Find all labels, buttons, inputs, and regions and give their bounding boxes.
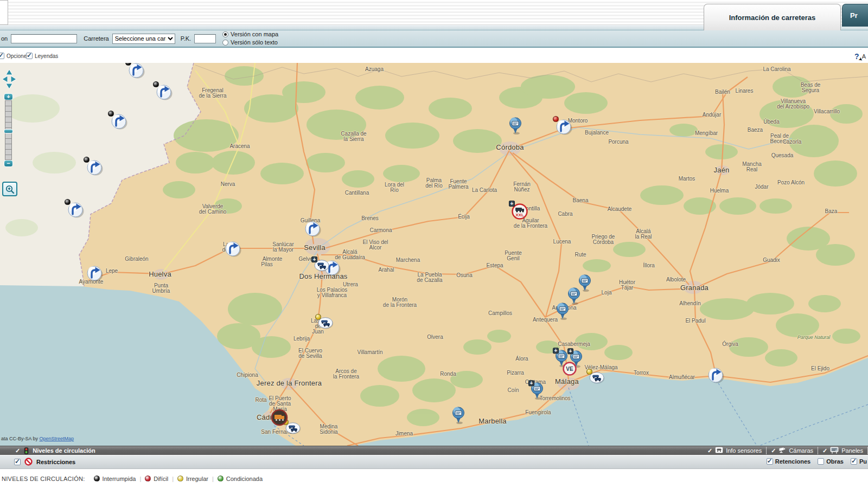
restricciones-toggle[interactable]: Restricciones: [14, 458, 75, 466]
version-radio-group: Versión con mapa Versión sólo texto: [222, 31, 278, 46]
svg-text:VE: VE: [566, 366, 573, 372]
layers-bar: ✓ Niveles de circulación ✓Info sensores✓…: [0, 446, 868, 455]
layer-toggle-camaras[interactable]: ✓Cámaras: [767, 447, 818, 454]
level-ball-black-icon: [108, 111, 114, 117]
legend-separator: |: [172, 476, 174, 482]
cluster-plus-badge: +: [567, 348, 573, 354]
legend-item: Irregular: [177, 476, 208, 482]
map-attribution: ata CC-By-SA by OpenStreetMap: [1, 436, 74, 441]
search-bar: on Carretera Seleccione una carreter P.K…: [0, 30, 868, 48]
truck-dark-marker[interactable]: [270, 408, 289, 429]
carretera-label: Carretera: [84, 35, 108, 42]
ve-icon: VE: [562, 361, 577, 376]
tab-label: Pr: [850, 11, 858, 20]
zoom-out-button[interactable]: −: [4, 160, 13, 167]
restriction-toggle[interactable]: Retenciones: [767, 458, 810, 465]
arrow-marker[interactable]: [304, 220, 322, 241]
layer-toggle-info-sensores[interactable]: ✓Info sensores: [703, 447, 767, 454]
poblacion-input[interactable]: [11, 34, 77, 43]
arrow-marker[interactable]: [110, 113, 129, 133]
restriction-checkbox[interactable]: [767, 458, 773, 465]
level-dot-icon: [94, 476, 100, 481]
layer-label: Paneles: [841, 447, 863, 454]
layer-check-icon[interactable]: ✓: [771, 447, 776, 454]
restriction-checkbox[interactable]: [818, 458, 824, 465]
restriction-toggle[interactable]: Obras: [818, 458, 844, 465]
leyendas-checkbox[interactable]: [26, 53, 33, 59]
arrow-marker[interactable]: [224, 240, 242, 261]
level-ball-yellow-icon: [315, 314, 321, 320]
arrow-marker[interactable]: [86, 265, 104, 285]
tab-label: Información de carreteras: [729, 14, 816, 22]
map-markers: ++++XXL+VE: [0, 63, 868, 446]
level-ball-black-icon: [153, 81, 159, 87]
zoom-box-tool[interactable]: [2, 182, 17, 196]
panel-marker[interactable]: [556, 303, 569, 322]
truck-xxl-marker[interactable]: XXL+: [511, 203, 528, 222]
panel-marker[interactable]: [452, 407, 465, 426]
version-map-label: Versión con mapa: [231, 31, 278, 38]
version-text-label: Versión sólo texto: [231, 39, 278, 46]
version-map-option[interactable]: Versión con mapa: [222, 31, 278, 38]
ve-marker[interactable]: VE: [562, 361, 577, 378]
layer-toggle-paneles[interactable]: ✓Paneles: [818, 447, 868, 454]
no-entry-icon: [24, 458, 33, 466]
zoom-handle[interactable]: [4, 129, 13, 133]
legend-label: Irregular: [186, 476, 208, 482]
restrictions-bar: Restricciones RetencionesObrasPu: [0, 455, 868, 469]
info-sensores-icon: [715, 447, 723, 454]
level-ball-black-icon: [65, 199, 71, 205]
legend-label: Interrumpida: [103, 476, 136, 482]
magnifier-plus-icon: [5, 184, 15, 194]
legend-title: NIVELES DE CIRCULACIÓN:: [2, 476, 85, 482]
opciones-toggle[interactable]: Opciones: [0, 53, 29, 59]
tab-previsiones[interactable]: Pr: [842, 4, 868, 27]
cluster-plus-badge: +: [311, 256, 317, 262]
map-zoom-slider[interactable]: + −: [4, 93, 13, 167]
niveles-toggle[interactable]: ✓ Niveles de circulación: [15, 446, 95, 455]
arrow-marker[interactable]: [707, 367, 725, 387]
zoom-in-button[interactable]: +: [4, 93, 13, 100]
legend-separator: |: [139, 476, 141, 482]
tab-informacion-carreteras[interactable]: Información de carreteras: [704, 4, 841, 30]
openstreetmap-link[interactable]: OpenStreetMap: [40, 436, 74, 441]
arrow-icon: [304, 220, 322, 239]
niveles-title: Niveles de circulación: [33, 447, 95, 454]
carretera-select[interactable]: Seleccione una carreter: [112, 34, 175, 44]
arrow-marker[interactable]: [127, 63, 146, 82]
page: { "header": { "tabs": [ {"label": "Infor…: [0, 0, 868, 488]
sensor-marker[interactable]: +: [314, 259, 330, 274]
arrow-marker[interactable]: [555, 118, 573, 139]
map-canvas[interactable]: AzuagaFregenal de la SierraLa CarolinaBe…: [0, 63, 868, 446]
sensor-marker[interactable]: [317, 316, 334, 331]
help-link[interactable]: ? A: [854, 52, 866, 61]
legend-item: Interrumpida: [94, 476, 136, 482]
arrow-marker[interactable]: [155, 84, 174, 104]
arrow-marker[interactable]: [86, 159, 104, 179]
sensor-marker[interactable]: [589, 371, 605, 386]
arrow-marker[interactable]: [67, 201, 85, 222]
panel-marker[interactable]: [509, 117, 522, 137]
restriction-checkbox[interactable]: [851, 458, 857, 465]
version-text-radio[interactable]: [222, 40, 228, 46]
pk-input[interactable]: [194, 34, 216, 43]
layer-check-icon[interactable]: ✓: [822, 447, 827, 454]
version-map-radio[interactable]: [222, 31, 228, 37]
pan-down-icon: [6, 84, 12, 89]
restriction-label: Retenciones: [775, 458, 810, 465]
panel-marker[interactable]: +: [531, 382, 544, 402]
niveles-check-icon[interactable]: ✓: [15, 447, 20, 454]
paneles-icon: [830, 447, 839, 455]
pan-left-icon: [2, 76, 8, 82]
map-pan-control[interactable]: [2, 69, 17, 91]
panel-marker[interactable]: [567, 287, 580, 307]
restriction-toggle[interactable]: Pu: [851, 458, 867, 465]
layer-toggle-group: ✓Info sensores✓Cámaras✓Paneles: [703, 446, 868, 455]
zoom-track[interactable]: [5, 100, 12, 160]
leyendas-toggle[interactable]: Leyendas: [26, 53, 58, 59]
layer-check-icon[interactable]: ✓: [707, 447, 712, 454]
svg-text:XXL: XXL: [515, 213, 524, 217]
restricciones-checkbox[interactable]: [14, 459, 21, 465]
version-text-option[interactable]: Versión sólo texto: [222, 39, 278, 46]
opciones-checkbox[interactable]: [0, 53, 4, 59]
